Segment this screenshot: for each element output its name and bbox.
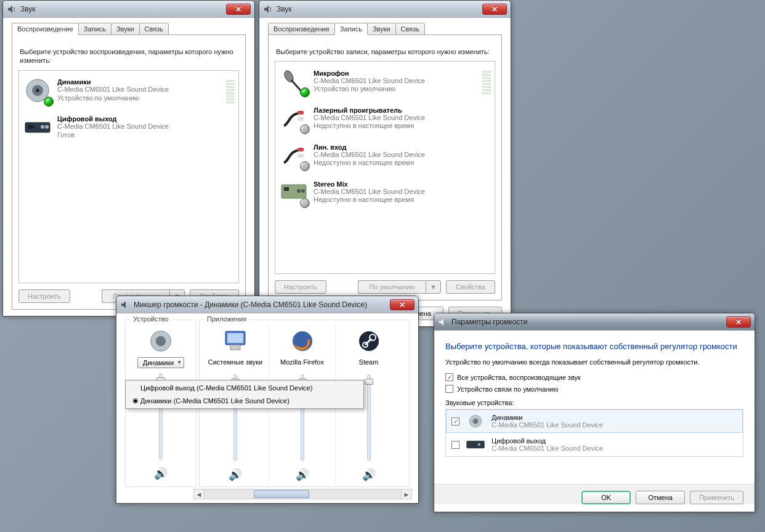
tab-comm[interactable]: Связь [395, 23, 425, 35]
steam-icon[interactable] [355, 328, 382, 355]
sound-recording-titlebar[interactable]: Звук [259, 1, 511, 18]
dropdown-item-digital-out[interactable]: Цифровой выход (C-Media CM6501 Like Soun… [127, 382, 362, 394]
recording-instruction: Выберите устройство записи, параметры ко… [276, 47, 494, 56]
close-icon[interactable] [226, 4, 251, 15]
tab-sounds[interactable]: Звуки [111, 23, 140, 35]
mixer-body: Устройство Динамики Приложения Системные… [116, 313, 418, 503]
configure-button[interactable]: Настроить [275, 280, 326, 294]
tab-playback[interactable]: Воспроизведение [268, 23, 335, 35]
dropdown-item-speakers[interactable]: ◉ Динамики (C-Media CM6501 Like Sound De… [127, 394, 362, 407]
tab-playback[interactable]: Воспроизведение [12, 23, 79, 35]
sound-recording-title: Звук [277, 5, 479, 14]
checkbox-all-devices[interactable]: ✓ Все устройства, воспроизводящие звук [445, 373, 743, 381]
soundcard-icon [279, 177, 309, 207]
sound-devices-list: ✓ Динамики C-Media CM6501 Like Sound Dev… [445, 409, 743, 457]
checkbox-unchecked-icon[interactable] [451, 441, 459, 449]
speaker-icon [23, 76, 52, 105]
device-name: Цифровой выход [57, 115, 235, 123]
sound-device-row-digital-out[interactable]: Цифровой выход C-Media CM6501 Like Sound… [446, 433, 743, 456]
device-row-microphone[interactable]: Микрофон C-Media CM6501 Like Sound Devic… [277, 63, 493, 100]
sound-playback-window: Звук Воспроизведение Запись Звуки Связь … [2, 0, 255, 316]
apply-button[interactable]: Применить [690, 491, 743, 504]
close-icon[interactable] [390, 299, 415, 310]
horizontal-scrollbar[interactable]: ◄ ► [193, 489, 412, 499]
level-meter [482, 68, 491, 94]
mute-toggle-icon[interactable] [296, 468, 309, 482]
sound-playback-tabs: Воспроизведение Запись Звуки Связь [12, 23, 246, 35]
app-label: Steam [359, 357, 379, 369]
set-default-main[interactable]: По умолчанию [358, 280, 426, 294]
checkbox-comm-default[interactable]: Устройство связи по умолчанию [445, 385, 743, 393]
cancel-button[interactable]: Отмена [636, 491, 685, 504]
ok-button[interactable]: OK [581, 491, 631, 504]
device-dropdown[interactable]: Динамики [137, 357, 184, 368]
scrollbar-thumb[interactable] [254, 490, 309, 498]
set-default-dropdown-icon[interactable]: ▼ [426, 280, 441, 294]
scroll-left-icon[interactable]: ◄ [194, 490, 204, 499]
receiver-icon [464, 437, 487, 452]
tab-comm[interactable]: Связь [139, 23, 169, 35]
svg-point-15 [297, 189, 301, 193]
tab-recording[interactable]: Запись [78, 23, 111, 35]
svg-point-18 [156, 336, 166, 346]
sound-playback-titlebar[interactable]: Звук [3, 1, 254, 18]
default-badge-icon [300, 87, 310, 97]
tab-sounds[interactable]: Звуки [367, 23, 396, 35]
properties-button[interactable]: Свойства [446, 280, 495, 294]
close-icon[interactable] [482, 4, 507, 15]
firefox-icon[interactable] [289, 328, 316, 355]
device-row-stereo-mix[interactable]: Stereo Mix C-Media CM6501 Like Sound Dev… [277, 174, 493, 211]
volume-mixer-window: Микшер громкости - Динамики (C-Media CM6… [116, 296, 419, 504]
device-name: Микрофон [314, 70, 480, 77]
sound-device-row-speakers[interactable]: ✓ Динамики C-Media CM6501 Like Sound Dev… [446, 409, 743, 433]
device-row-digital-out[interactable]: Цифровой выход C-Media CM6501 Like Sound… [20, 109, 237, 146]
svg-point-16 [301, 189, 305, 193]
checkbox-checked-icon[interactable]: ✓ [451, 417, 459, 425]
volparams-titlebar[interactable]: Параметры громкости [434, 313, 755, 331]
mute-toggle-icon[interactable] [362, 468, 376, 482]
sound-recording-tabs: Воспроизведение Запись Звуки Связь [268, 23, 502, 35]
rca-cable-icon [279, 140, 309, 170]
device-sub1: C-Media CM6501 Like Sound Device [314, 188, 491, 196]
mute-toggle-icon[interactable] [154, 467, 168, 480]
speaker-icon [464, 414, 487, 429]
configure-button[interactable]: Настроить [18, 289, 70, 303]
scroll-right-icon[interactable]: ► [401, 490, 411, 499]
mute-toggle-icon[interactable] [229, 468, 242, 482]
sound-recording-window: Звук Воспроизведение Запись Звуки Связь … [259, 0, 511, 327]
device-sub2: Недоступно в настоящее время [314, 159, 491, 167]
app-label: Системные звуки [208, 357, 262, 369]
default-badge-icon [44, 97, 54, 107]
speaker-device-icon[interactable] [147, 328, 174, 355]
svg-point-5 [41, 125, 44, 129]
device-name: Лин. вход [314, 143, 491, 151]
close-icon[interactable] [726, 316, 751, 328]
volparams-body: Выберите устройства, которые показывают … [434, 331, 755, 512]
device-sub1: C-Media CM6501 Like Sound Device [314, 114, 491, 123]
level-meter [226, 78, 235, 103]
svg-rect-20 [227, 333, 243, 343]
app-volume-slider[interactable] [367, 374, 371, 461]
tab-recording[interactable]: Запись [334, 23, 368, 35]
svg-point-30 [478, 443, 480, 446]
svg-rect-29 [467, 441, 485, 448]
device-name: Лазерный проигрыватель [314, 107, 491, 114]
device-sub2: Устройство по умолчанию [57, 94, 224, 103]
svg-line-8 [291, 80, 301, 91]
device-row-speakers[interactable]: Динамики C-Media CM6501 Like Sound Devic… [20, 72, 237, 109]
device-sub2: Недоступно в настоящее время [314, 196, 491, 204]
svg-rect-14 [284, 187, 289, 191]
dropdown-item-label: Динамики (C-Media CM6501 Like Sound Devi… [140, 397, 289, 405]
unavailable-badge-icon [300, 124, 310, 134]
device-row-line-in[interactable]: Лин. вход C-Media CM6501 Like Sound Devi… [277, 137, 493, 174]
device-row-cd-audio[interactable]: Лазерный проигрыватель C-Media CM6501 Li… [277, 100, 493, 137]
mixer-titlebar[interactable]: Микшер громкости - Динамики (C-Media CM6… [116, 296, 418, 313]
set-default-button[interactable]: По умолчанию ▼ [358, 280, 441, 294]
app-label: Mozilla Firefox [280, 357, 324, 369]
sound-icon [120, 300, 130, 310]
system-sounds-icon[interactable] [222, 328, 249, 355]
svg-rect-10 [298, 117, 304, 121]
volparams-heading: Выберите устройства, которые показывают … [445, 342, 743, 351]
sound-playback-title: Звук [20, 5, 222, 14]
svg-rect-9 [298, 111, 304, 115]
